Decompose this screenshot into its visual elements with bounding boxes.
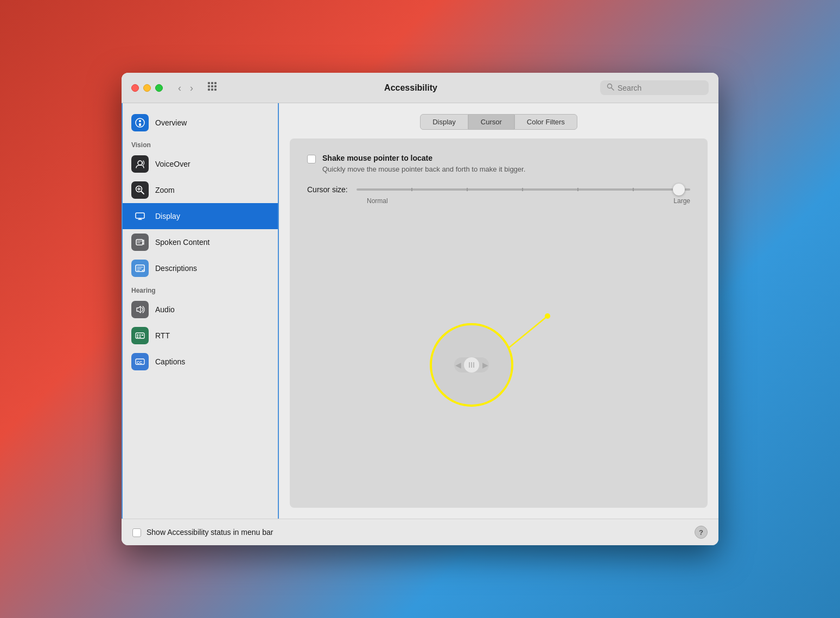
shake-title: Shake mouse pointer to locate	[322, 154, 525, 162]
svg-text:▶: ▶	[482, 361, 488, 369]
voiceover-icon	[131, 155, 149, 173]
main-panel: Display Cursor Color Filters Shake mouse…	[279, 103, 718, 519]
sidebar-item-captions[interactable]: CC Captions	[123, 349, 278, 375]
annotation-svg: ◀ ▶	[307, 300, 690, 408]
sidebar-item-descriptions[interactable]: Descriptions	[123, 255, 278, 281]
svg-rect-27	[142, 335, 143, 336]
svg-rect-29	[139, 337, 141, 338]
svg-point-12	[139, 120, 141, 122]
svg-rect-7	[211, 89, 213, 91]
rtt-icon	[131, 327, 149, 344]
spoken-icon	[131, 234, 149, 251]
shake-text: Shake mouse pointer to locate Quickly mo…	[322, 154, 525, 174]
sidebar-item-label: Overview	[155, 118, 187, 127]
audio-icon	[131, 301, 149, 318]
svg-rect-8	[214, 89, 217, 91]
slider-thumb[interactable]	[673, 184, 685, 196]
sidebar-item-zoom[interactable]: Zoom	[123, 177, 278, 203]
shake-option-row: Shake mouse pointer to locate Quickly mo…	[307, 154, 690, 174]
sidebar-item-rtt[interactable]: RTT	[123, 323, 278, 349]
search-box[interactable]	[600, 80, 709, 95]
sidebar: Overview Vision VoiceOver	[122, 103, 279, 519]
descriptions-icon	[131, 260, 149, 277]
svg-rect-13	[139, 123, 141, 126]
cursor-size-row: Cursor size: Normal Large	[307, 185, 690, 205]
tab-display[interactable]: Display	[420, 114, 468, 130]
sidebar-item-label: Audio	[155, 305, 175, 314]
svg-rect-25	[137, 335, 138, 336]
zoom-annotation-area: ◀ ▶	[307, 216, 690, 493]
panel-content: Shake mouse pointer to locate Quickly mo…	[290, 138, 708, 508]
tabs: Display Cursor Color Filters	[290, 114, 708, 130]
sidebar-item-label: RTT	[155, 331, 170, 340]
sidebar-item-audio[interactable]: Audio	[123, 297, 278, 323]
shake-checkbox[interactable]	[307, 155, 316, 163]
slider-label-row: Cursor size:	[307, 185, 690, 194]
svg-line-10	[612, 88, 614, 91]
slider-labels: Normal Large	[307, 197, 690, 205]
content-area: Overview Vision VoiceOver	[122, 103, 718, 519]
display-icon	[131, 207, 149, 225]
svg-rect-1	[211, 82, 213, 84]
maximize-button[interactable]	[155, 84, 163, 92]
window-title: Accessibility	[228, 83, 594, 93]
sidebar-section-hearing: Hearing	[123, 281, 278, 297]
overview-icon	[131, 114, 149, 131]
sidebar-item-label: Descriptions	[155, 264, 197, 273]
sidebar-item-label: VoiceOver	[155, 160, 190, 168]
sidebar-item-label: Spoken Content	[155, 238, 209, 247]
sidebar-item-spoken[interactable]: Spoken Content	[123, 229, 278, 255]
svg-rect-22	[136, 239, 143, 245]
show-status-checkbox[interactable]	[132, 528, 141, 537]
cursor-size-label: Cursor size:	[307, 185, 348, 194]
close-button[interactable]	[131, 84, 139, 92]
svg-rect-6	[208, 89, 210, 91]
svg-point-14	[138, 161, 142, 165]
sidebar-item-display[interactable]: Display	[123, 203, 278, 229]
captions-icon: CC	[131, 353, 149, 370]
forward-button[interactable]: ›	[187, 82, 196, 94]
sidebar-item-label: Display	[155, 212, 180, 220]
svg-rect-5	[214, 85, 217, 87]
svg-rect-3	[208, 85, 210, 87]
sidebar-item-label: Zoom	[155, 186, 175, 194]
back-button[interactable]: ‹	[175, 82, 184, 94]
svg-rect-0	[208, 82, 210, 84]
svg-rect-4	[211, 85, 213, 87]
grid-button[interactable]	[203, 80, 221, 95]
tab-cursor[interactable]: Cursor	[468, 114, 514, 130]
sidebar-section-vision: Vision	[123, 136, 278, 151]
svg-rect-2	[214, 82, 217, 84]
cursor-size-slider[interactable]	[357, 188, 690, 191]
bottom-bar: Show Accessibility status in menu bar ?	[122, 519, 718, 545]
search-input[interactable]	[618, 84, 693, 92]
large-label: Large	[673, 197, 690, 205]
svg-text:◀: ◀	[455, 361, 461, 369]
main-window: ‹ › Accessibility	[122, 73, 718, 545]
traffic-lights	[131, 84, 163, 92]
sidebar-item-overview[interactable]: Overview	[123, 110, 278, 136]
sidebar-item-label: Captions	[155, 357, 185, 366]
svg-text:CC: CC	[137, 361, 142, 364]
svg-rect-26	[139, 335, 141, 336]
sidebar-item-voiceover[interactable]: VoiceOver	[123, 151, 278, 177]
zoom-icon	[131, 181, 149, 199]
normal-label: Normal	[367, 197, 388, 205]
svg-line-16	[142, 192, 144, 194]
titlebar: ‹ › Accessibility	[122, 73, 718, 103]
svg-rect-23	[136, 265, 144, 272]
show-status-label: Show Accessibility status in menu bar	[147, 528, 273, 537]
svg-rect-19	[136, 213, 144, 218]
svg-point-33	[545, 313, 550, 319]
bottom-checkbox-row: Show Accessibility status in menu bar	[132, 527, 273, 537]
shake-desc: Quickly move the mouse pointer back and …	[322, 165, 525, 174]
svg-rect-28	[137, 337, 138, 338]
help-button[interactable]: ?	[695, 526, 708, 539]
search-icon	[607, 83, 614, 92]
nav-buttons: ‹ ›	[175, 82, 196, 94]
tab-color-filters[interactable]: Color Filters	[514, 114, 577, 130]
minimize-button[interactable]	[143, 84, 151, 92]
